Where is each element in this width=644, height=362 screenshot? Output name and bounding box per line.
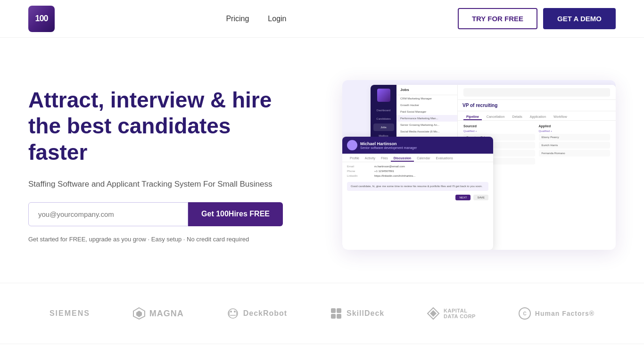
hero-section: Attract, interview & hire the best candi… [0, 38, 644, 283]
bottom-section [0, 344, 644, 362]
svg-rect-9 [337, 308, 341, 313]
logos-row: SIEMENS MAGNA DeckRobot [28, 307, 616, 320]
tab-files[interactable]: Files [378, 156, 391, 162]
svg-point-2 [228, 309, 238, 318]
tab-cancellation[interactable]: Cancellation [484, 114, 508, 120]
svg-rect-8 [331, 308, 336, 313]
tab-calendar[interactable]: Calendar [414, 156, 433, 162]
hero-title: Attract, interview & hire the best candi… [28, 87, 283, 165]
magna-icon [132, 307, 146, 320]
qualified-label: Qualified + [463, 130, 535, 132]
hero-right: Dashboard Candidates Jobs Mailbox Calend… [302, 80, 616, 250]
col-sourced-header: Sourced [463, 124, 535, 128]
job-title: VP of recruiting [458, 100, 616, 111]
humanfactors-icon: C [518, 307, 531, 320]
sidebar-item-dashboard[interactable]: Dashboard [373, 107, 394, 114]
sidebar-item-candidates[interactable]: Candidates [373, 115, 394, 123]
candidate-card[interactable]: Ebony Pearcy [539, 134, 611, 140]
kapital-icon [427, 307, 440, 320]
pipeline-tabs: Pipeline Cancellation Details Applicatio… [458, 111, 616, 121]
hero-subtitle: Staffing Software and Applicant Tracking… [28, 180, 283, 189]
header: 100 Pricing Login TRY FOR FREE GET A DEM… [0, 0, 644, 38]
tab-application[interactable]: Application [527, 114, 549, 120]
logo[interactable]: 100 [28, 6, 55, 32]
svg-marker-13 [430, 310, 437, 317]
svg-text:C: C [523, 311, 526, 316]
candidate-header: Michael Hartinson Senior software develo… [342, 137, 493, 154]
candidate-card[interactable]: Fernanda Romano [539, 150, 611, 156]
nav-right: TRY FOR FREE GET A DEMO [458, 8, 616, 29]
candidate-panel: Michael Hartinson Senior software develo… [342, 137, 493, 250]
logo-kapital: KAPITALDATA CORP [427, 307, 476, 320]
applied-col: Applied Qualified + Ebony Pearcy Eurich … [539, 124, 611, 166]
tab-discussion[interactable]: Discussion [391, 156, 414, 162]
sidebar-logo [377, 89, 390, 102]
col-applied-header: Applied [539, 124, 611, 128]
info-row: Phone +1 1234567891 [347, 170, 488, 173]
svg-point-4 [234, 311, 236, 313]
hero-cta-button[interactable]: Get 100Hires FREE [188, 202, 283, 226]
tab-activity[interactable]: Activity [362, 156, 378, 162]
candidate-name: Michael Hartinson [360, 141, 417, 146]
svg-rect-11 [337, 314, 341, 319]
tab-pipeline[interactable]: Pipeline [463, 114, 482, 120]
candidate-tabs: Profile Activity Files Discussion Calend… [342, 154, 493, 162]
svg-rect-10 [331, 314, 336, 319]
tab-workflow[interactable]: Workflow [551, 114, 570, 120]
field-value: +1 1234567891 [374, 170, 394, 173]
save-button[interactable]: SAVE [473, 195, 488, 200]
field-label: Phone [347, 170, 371, 173]
nav-login[interactable]: Login [268, 15, 286, 23]
hero-meta: Get started for FREE, upgrade as you gro… [28, 236, 283, 243]
logo-icon: 100 [28, 6, 55, 32]
skilldeck-icon [330, 307, 343, 320]
svg-marker-1 [136, 311, 142, 317]
deckrobot-icon [226, 307, 239, 320]
logo-deckrobot: DeckRobot [226, 307, 287, 320]
hero-form: Get 100Hires FREE [28, 202, 283, 226]
logo-magna: MAGNA [132, 307, 184, 320]
field-value: https://linkedin.com/in/mhartins... [374, 174, 415, 177]
email-input[interactable] [28, 202, 188, 226]
sidebar-item-jobs[interactable]: Jobs [373, 123, 394, 131]
candidate-avatar [347, 140, 357, 150]
candidate-card[interactable]: Eurich Harris [539, 142, 611, 148]
search-bar[interactable] [463, 88, 610, 97]
app-screenshot: Dashboard Candidates Jobs Mailbox Calend… [342, 80, 616, 250]
nav: Pricing Login [226, 15, 286, 23]
field-label: Email [347, 165, 371, 168]
app-topbar [458, 85, 616, 100]
hero-left: Attract, interview & hire the best candi… [28, 87, 302, 243]
info-row: LinkedIn https://linkedin.com/in/mhartin… [347, 174, 488, 177]
candidate-role: Senior software development manager [360, 146, 417, 149]
logos-section: SIEMENS MAGNA DeckRobot [0, 283, 644, 344]
logo-skilldeck: SkillDeck [330, 307, 384, 320]
svg-point-3 [230, 311, 232, 313]
tab-details[interactable]: Details [509, 114, 525, 120]
logo-siemens: SIEMENS [50, 309, 90, 318]
try-for-free-button[interactable]: TRY FOR FREE [458, 8, 537, 29]
info-row: Email m.hartinson@email.com [347, 165, 488, 168]
discussion-area: Good candidate, hi, give me some time to… [347, 182, 488, 191]
nav-pricing[interactable]: Pricing [226, 15, 249, 23]
candidate-body: Email m.hartinson@email.com Phone +1 123… [342, 162, 493, 180]
applied-qualified-label: Qualified + [539, 130, 611, 132]
tab-profile[interactable]: Profile [347, 156, 362, 162]
tab-evaluations[interactable]: Evaluations [433, 156, 456, 162]
field-label: LinkedIn [347, 174, 371, 177]
submit-button[interactable]: NEXT [455, 195, 471, 200]
get-demo-button[interactable]: GET A DEMO [543, 8, 616, 29]
field-value: m.hartinson@email.com [374, 165, 405, 168]
logo-humanfactors: C Human Factors® [518, 307, 594, 320]
